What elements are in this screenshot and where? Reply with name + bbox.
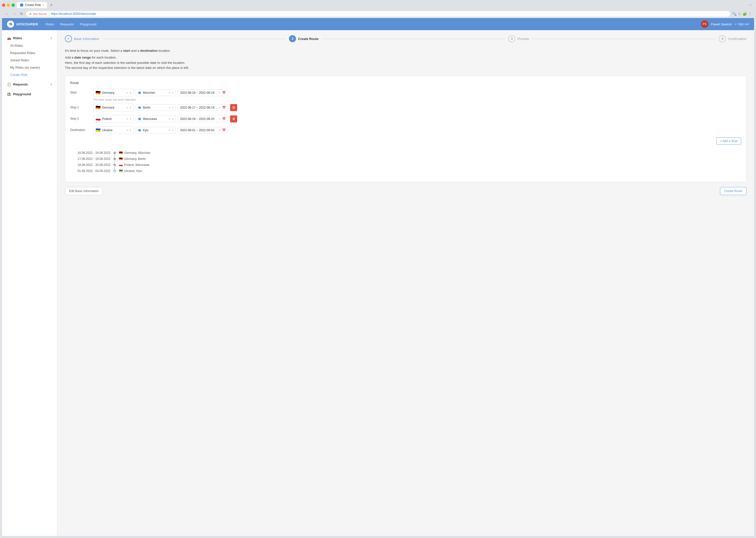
timeline-dot-3-hint: [113, 169, 116, 173]
sidebar-rides-header[interactable]: 🚗 Rides ∧: [2, 34, 57, 42]
flag-stop1: 🇩🇪: [95, 105, 101, 110]
step-2-circle: 2: [289, 35, 296, 42]
clear-country-stop2[interactable]: ×: [127, 117, 128, 121]
calendar-icon-destination: 📅: [222, 129, 226, 132]
address-bar[interactable]: ⚠ Not Secure | https://localhost:3000/ri…: [26, 11, 730, 17]
step-1-label: Basic Information: [74, 37, 99, 41]
sidebar-item-joined-rides[interactable]: Joined Rides: [2, 57, 57, 64]
window-controls: ⋯: [747, 3, 754, 7]
timeline-dot-2: [113, 164, 116, 166]
clear-city-stop1[interactable]: ×: [169, 106, 170, 109]
sign-out-button[interactable]: ↩ Sign out: [734, 23, 749, 26]
clear-date-start[interactable]: ×: [219, 91, 220, 94]
timeline: 16.08.2022 - 19.08.2022 🇩🇪 Germany, Münc…: [70, 151, 741, 173]
bookmark-icon: ☆: [738, 12, 741, 16]
country-name-destination: Ukraine: [102, 129, 112, 132]
route-row-stop1: Stop 1 🇩🇪 Germany × ∨ 👥 Be: [70, 104, 741, 111]
sidebar-item-my-rides[interactable]: My Rides (as owner): [2, 64, 57, 71]
timeline-location-1: 🇩🇪 Germany, Berlin: [119, 157, 146, 161]
delete-stop2-button[interactable]: 🗑: [230, 115, 237, 123]
clear-city-start[interactable]: ×: [169, 91, 170, 94]
timeline-entry-1: 17.08.2022 - 19.08.2022 🇩🇪 Germany, Berl…: [70, 157, 741, 161]
timeline-date-2: 18.08.2022 - 20.08.2022: [70, 163, 110, 167]
tab-close-button[interactable]: ×: [42, 4, 44, 7]
city-select-start[interactable]: 👥 München × ∨: [136, 89, 176, 96]
city-name-destination: Kyiv: [143, 129, 148, 132]
country-name-stop1: Germany: [102, 106, 114, 109]
reload-button[interactable]: ↻: [19, 11, 24, 16]
delete-stop1-button[interactable]: 🗑: [230, 104, 237, 111]
timeline-entry-2: 18.08.2022 - 20.08.2022 🇵🇱 Poland, Warsz…: [70, 163, 741, 167]
traffic-light-green[interactable]: [12, 4, 15, 7]
clear-country-start[interactable]: ×: [127, 91, 128, 94]
city-select-destination[interactable]: 👥 Kyiv × ∨: [136, 127, 176, 134]
date-select-destination[interactable]: 2022-09-01 ~ 2022-09-03 × 📅: [178, 127, 228, 134]
city-select-stop1[interactable]: 👥 Berlin × ∨: [136, 104, 176, 111]
add-stop-button[interactable]: + Add a Stop: [716, 137, 741, 144]
city-name-start: München: [143, 91, 155, 94]
playground-icon: ⚽: [7, 92, 11, 96]
sidebar-item-requested-rides[interactable]: Requested Rides: [2, 49, 57, 57]
traffic-light-yellow[interactable]: [7, 4, 10, 7]
city-icon-destination: 👥: [138, 129, 141, 132]
flag-start: 🇩🇪: [95, 90, 101, 95]
timeline-dot-1: [113, 158, 116, 160]
clear-city-stop2[interactable]: ×: [169, 117, 170, 121]
date-select-start[interactable]: 2022-08-16 ~ 2022-08-19 × 📅: [178, 89, 228, 96]
chevron-country-destination: ∨: [130, 129, 131, 132]
create-route-button[interactable]: Create Route: [720, 187, 746, 195]
menu-icon[interactable]: ⋮: [748, 12, 752, 16]
date-select-stop1[interactable]: 2022-08-17 ~ 2022-08-19 × 📅: [178, 104, 228, 111]
main-content: ✓ Basic Information 2 Create Route 3 Pre…: [57, 30, 754, 536]
logo-area: 🛸 UFOCOURIER: [7, 21, 38, 27]
sidebar-item-create-ride[interactable]: Create Ride: [2, 71, 57, 79]
forward-button[interactable]: →: [12, 11, 17, 16]
clear-date-stop2[interactable]: ×: [219, 117, 220, 121]
country-select-destination[interactable]: 🇺🇦 Ukraine × ∨: [93, 126, 134, 134]
clear-country-stop1[interactable]: ×: [127, 106, 128, 109]
country-select-stop1[interactable]: 🇩🇪 Germany × ∨: [93, 104, 134, 111]
bottom-actions: Edit Basic Information Create Route: [65, 187, 746, 195]
requests-chevron: ∨: [50, 83, 52, 86]
nav-rides[interactable]: Rides: [45, 23, 54, 26]
timeline-date-0: 16.08.2022 - 19.08.2022: [70, 151, 110, 155]
instructions: It's time to focus on your route. Select…: [65, 48, 746, 71]
city-icon-stop1: 👥: [138, 106, 141, 109]
country-name-stop2: Poland: [102, 117, 111, 121]
step-3: 3 Preview: [508, 35, 529, 42]
city-name-stop1: Berlin: [143, 106, 151, 109]
route-label-start: Start: [70, 89, 90, 94]
clear-city-destination[interactable]: ×: [169, 129, 170, 132]
rides-icon: 🚗: [7, 36, 11, 40]
rides-chevron: ∧: [50, 37, 52, 39]
logo-text: UFOCOURIER: [16, 23, 38, 26]
sidebar-item-all-rides[interactable]: All Rides: [2, 42, 57, 49]
clear-date-destination[interactable]: ×: [219, 129, 220, 132]
nav-playground[interactable]: Playground: [80, 23, 96, 26]
clear-date-stop1[interactable]: ×: [219, 106, 220, 109]
city-name-stop2: Warszawa: [143, 117, 157, 121]
edit-basic-information-button[interactable]: Edit Basic Information: [65, 187, 103, 195]
city-select-stop2[interactable]: 👥 Warszawa × ∨: [136, 116, 176, 122]
country-select-start[interactable]: 🇩🇪 Germany × ∨: [93, 89, 134, 96]
clear-country-destination[interactable]: ×: [127, 129, 128, 132]
route-label-stop2: Stop 2: [70, 115, 90, 121]
flag-destination: 🇺🇦: [95, 128, 101, 133]
browser-tab[interactable]: Create Ride ×: [17, 2, 47, 8]
city-icon-start: 👥: [138, 91, 141, 94]
back-button[interactable]: ←: [4, 11, 10, 16]
nav-requests[interactable]: Requests: [60, 23, 74, 26]
sidebar-requests-header[interactable]: 📋 Requests ∨: [2, 81, 57, 88]
new-tab-button[interactable]: +: [48, 2, 54, 8]
sidebar-playground-header[interactable]: ⚽ Playground: [2, 90, 57, 98]
country-select-stop2[interactable]: 🇵🇱 Poland × ∨: [93, 115, 134, 123]
route-section: Route Start 🇩🇪 Germany ×: [65, 76, 746, 182]
date-adjusted-start: The date range has been adjusted.: [93, 98, 741, 101]
traffic-light-red[interactable]: [2, 4, 5, 7]
route-row-destination: Destination 🇺🇦 Ukraine × ∨ 👥: [70, 126, 741, 134]
date-select-stop2[interactable]: 2022-08-18 ~ 2022-08-20 × 📅: [178, 116, 228, 122]
timeline-connector: [114, 154, 115, 170]
extensions-icon: 🧩: [743, 12, 747, 16]
user-name: Pawel Sawicki: [711, 23, 732, 26]
step-indicator: ✓ Basic Information 2 Create Route 3 Pre…: [65, 35, 746, 42]
